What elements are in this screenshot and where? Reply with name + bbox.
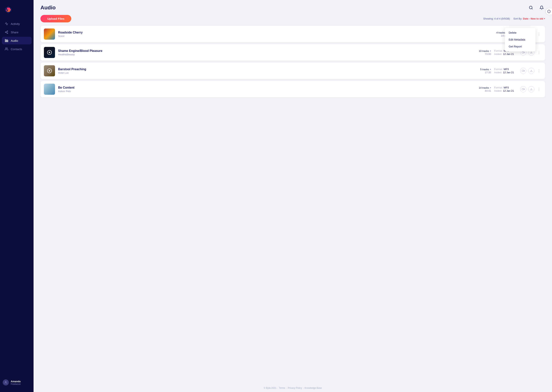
audio-title: Roadside Cherry xyxy=(58,31,489,34)
svg-rect-11 xyxy=(7,40,7,42)
audio-meta: Format: MP3 Added: 12 Jan 21 xyxy=(494,68,517,74)
sort-control[interactable]: Sort By: Date - New to old ▾ xyxy=(513,17,545,20)
svg-point-5 xyxy=(5,32,6,33)
audio-thumbnail xyxy=(44,65,55,76)
audio-info: Shame Engine/Blood Pleasure Health&Beaut… xyxy=(58,49,473,56)
app-logo xyxy=(4,6,12,14)
audio-artist: Health&Beauty xyxy=(58,53,473,56)
more-options-button[interactable]: ⋮ xyxy=(536,86,542,92)
sidebar-item-share[interactable]: Share xyxy=(2,28,32,36)
sidebar-item-audio[interactable]: Audio xyxy=(2,37,32,44)
sidebar-navigation: Activity Share Audio xyxy=(0,20,34,377)
audio-title: Shame Engine/Blood Pleasure xyxy=(58,49,473,53)
footer-kb-link[interactable]: Knowledge Base xyxy=(305,387,322,389)
more-options-button[interactable]: ⋮ xyxy=(536,68,542,73)
tracks-count: 10 tracks xyxy=(479,49,489,52)
sidebar-item-label: Activity xyxy=(11,22,20,25)
more-options-button[interactable]: ⋮ xyxy=(536,50,542,55)
activity-icon xyxy=(5,22,8,26)
notifications-button[interactable] xyxy=(538,4,545,11)
added-label: Added: xyxy=(494,53,502,56)
info-button[interactable] xyxy=(546,8,552,14)
play-button[interactable] xyxy=(47,69,52,73)
play-icon xyxy=(49,51,51,53)
sidebar-logo xyxy=(0,4,34,20)
user-role: Freelancer xyxy=(11,383,21,385)
play-icon xyxy=(49,70,51,72)
format-label: Format: xyxy=(494,49,503,52)
svg-point-18 xyxy=(529,6,532,9)
audio-info: Roadside Cherry Scent xyxy=(58,31,489,37)
added-value: 12 Jan 21 xyxy=(503,71,514,74)
more-options-button[interactable]: ⋮ xyxy=(536,31,542,37)
play-overlay xyxy=(44,47,55,58)
avatar xyxy=(3,379,9,385)
audio-item-be-content: Be Content Indoor Pets 14 tracks ▾ 44:41… xyxy=(40,81,545,98)
toolbar-right: Showing: 4 of 4 (0/5GB) Sort By: Date - … xyxy=(483,17,545,20)
svg-line-7 xyxy=(6,32,7,33)
audio-actions: ⋮ xyxy=(520,86,542,92)
footer-privacy-link[interactable]: Privacy Policy xyxy=(288,387,302,389)
audio-list: Roadside Cherry Scent 4 tracks ▾ 14:42 F… xyxy=(40,26,545,98)
dropdown-item-edit-metadata[interactable]: Edit Metadata xyxy=(505,36,536,43)
share-action-button[interactable] xyxy=(520,86,526,92)
tracks-count: 4 tracks xyxy=(496,31,505,34)
download-action-button[interactable] xyxy=(528,86,534,92)
tracks-duration: 44:41 xyxy=(485,89,491,92)
sidebar-item-label: Contacts xyxy=(11,48,22,51)
audio-tracks: 5 tracks ▾ 17:35 xyxy=(476,68,491,74)
audio-actions: ⋮ xyxy=(520,68,542,74)
audio-info: Be Content Indoor Pets xyxy=(58,86,473,93)
search-button[interactable] xyxy=(527,4,534,11)
tracks-count: 5 tracks xyxy=(480,68,489,71)
added-value: 12 Jan 21 xyxy=(503,89,514,92)
dropdown-item-delete[interactable]: Delete xyxy=(505,29,536,36)
footer-copyright: © Byta 2021 · xyxy=(264,387,278,389)
contacts-icon xyxy=(5,47,8,51)
audio-artist: Hotel Lux xyxy=(58,71,473,74)
user-name: Amanda xyxy=(11,380,21,383)
main-content: Audio Upload Files Showing: 4 of 4 (0/5G xyxy=(34,0,552,392)
download-action-button[interactable] xyxy=(528,68,534,74)
audio-tracks: 14 tracks ▾ 44:41 xyxy=(476,86,491,92)
sidebar-item-activity[interactable]: Activity xyxy=(2,20,32,28)
svg-rect-12 xyxy=(8,40,8,42)
footer-terms-link[interactable]: Terms xyxy=(279,387,285,389)
added-label: Added: xyxy=(494,89,502,92)
expand-icon[interactable]: ▾ xyxy=(490,86,491,89)
sidebar-item-label: Audio xyxy=(11,39,18,42)
share-action-button[interactable] xyxy=(520,68,526,74)
upload-button[interactable]: Upload Files xyxy=(40,15,71,22)
svg-rect-10 xyxy=(6,40,7,42)
toolbar: Upload Files Showing: 4 of 4 (0/5GB) Sor… xyxy=(40,15,545,22)
page-header: Audio xyxy=(34,0,552,13)
audio-item-roadside-cherry: Roadside Cherry Scent 4 tracks ▾ 14:42 F… xyxy=(40,26,545,42)
play-overlay xyxy=(44,65,55,76)
audio-meta: Format: MP3 Added: 12 Jan 21 xyxy=(494,86,517,92)
expand-icon[interactable]: ▾ xyxy=(490,50,491,52)
svg-point-6 xyxy=(7,33,8,34)
svg-rect-22 xyxy=(522,70,524,72)
sidebar: Activity Share Audio xyxy=(0,0,34,392)
tracks-count: 14 tracks xyxy=(479,86,489,89)
audio-item-barstool-preaching: Barstool Preaching Hotel Lux 5 tracks ▾ … xyxy=(40,63,545,79)
svg-point-14 xyxy=(5,381,6,382)
svg-rect-24 xyxy=(522,88,524,90)
audio-icon xyxy=(5,39,8,42)
play-button[interactable] xyxy=(47,50,52,55)
audio-info: Barstool Preaching Hotel Lux xyxy=(58,68,473,74)
audio-title: Be Content xyxy=(58,86,473,89)
tracks-duration: 17:35 xyxy=(485,71,491,74)
user-profile[interactable]: Amanda Freelancer xyxy=(0,377,34,388)
page-title: Audio xyxy=(40,5,56,11)
sort-chevron-icon: ▾ xyxy=(544,17,545,20)
dropdown-item-get-report[interactable]: Get Report xyxy=(505,43,536,50)
audio-thumbnail xyxy=(44,47,55,58)
page-footer: © Byta 2021 · Terms · Privacy Policy · K… xyxy=(34,384,552,392)
sidebar-item-contacts[interactable]: Contacts xyxy=(2,45,32,53)
audio-artist: Indoor Pets xyxy=(58,90,473,93)
added-label: Added: xyxy=(494,71,502,74)
svg-rect-9 xyxy=(5,39,6,42)
expand-icon[interactable]: ▾ xyxy=(490,68,491,71)
audio-title: Barstool Preaching xyxy=(58,68,473,71)
